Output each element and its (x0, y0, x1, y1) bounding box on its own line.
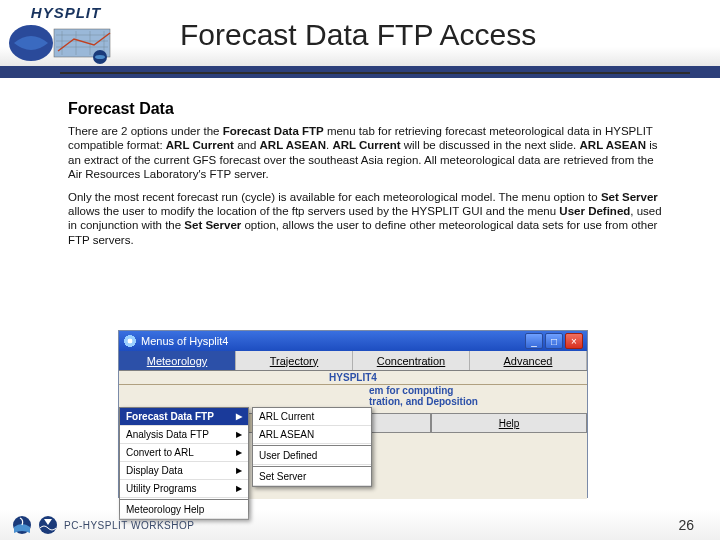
dd-set-server[interactable]: Set Server (253, 468, 371, 486)
dd-arl-current[interactable]: ARL Current (253, 408, 371, 426)
dd-utility-programs[interactable]: Utility Programs▶ (120, 480, 248, 498)
app-body-title: HYSPLIT4 (119, 371, 587, 385)
submenu-arrow-icon: ▶ (236, 484, 242, 493)
menu-meteorology[interactable]: Meteorology (119, 351, 236, 370)
svg-point-3 (95, 55, 105, 59)
page-number: 26 (678, 517, 694, 533)
dropdown-forecast-submenu: ARL Current ARL ASEAN User Defined Set S… (252, 407, 372, 487)
app-icon (123, 334, 137, 348)
paragraph-2: Only the most recent forecast run (cycle… (68, 190, 668, 248)
dropdown-separator (253, 445, 371, 446)
submenu-arrow-icon: ▶ (236, 448, 242, 457)
help-button[interactable]: Help (431, 413, 587, 433)
dropdown-meteorology: Forecast Data FTP▶ Analysis Data FTP▶ Co… (119, 407, 249, 520)
dropdown-separator (253, 466, 371, 467)
hysplit-logo: HYSPLIT (6, 4, 126, 66)
logo-map-icon (6, 21, 126, 65)
dropdown-separator (120, 499, 248, 500)
hysplit-window-screenshot: Menus of Hysplit4 _ □ × Meteorology Traj… (118, 330, 588, 498)
title-divider (60, 72, 690, 74)
close-button[interactable]: × (565, 333, 583, 349)
dd-convert-to-arl[interactable]: Convert to ARL▶ (120, 444, 248, 462)
menu-advanced[interactable]: Advanced (470, 351, 587, 370)
noaa-logo-icon (12, 515, 32, 535)
app-body: HYSPLIT4 em for computing tration, and D… (119, 371, 587, 499)
dd-analysis-data-ftp[interactable]: Analysis Data FTP▶ (120, 426, 248, 444)
window-title: Menus of Hysplit4 (141, 335, 228, 347)
submenu-arrow-icon: ▶ (236, 466, 242, 475)
dd-arl-asean[interactable]: ARL ASEAN (253, 426, 371, 444)
noaa-logo-icon (38, 515, 58, 535)
minimize-button[interactable]: _ (525, 333, 543, 349)
menu-concentration[interactable]: Concentration (353, 351, 470, 370)
slide-header: HYSPLIT Forecast Data FTP Access (0, 0, 720, 78)
dd-user-defined[interactable]: User Defined (253, 447, 371, 465)
titlebar[interactable]: Menus of Hysplit4 _ □ × (119, 331, 587, 351)
content-area: Forecast Data There are 2 options under … (68, 100, 668, 255)
paragraph-1: There are 2 options under the Forecast D… (68, 124, 668, 182)
page-title: Forecast Data FTP Access (180, 18, 536, 52)
section-title: Forecast Data (68, 100, 668, 118)
submenu-arrow-icon: ▶ (236, 430, 242, 439)
menu-trajectory[interactable]: Trajectory (236, 351, 353, 370)
dd-forecast-data-ftp[interactable]: Forecast Data FTP▶ (120, 408, 248, 426)
menubar: Meteorology Trajectory Concentration Adv… (119, 351, 587, 371)
footer-text: PC-HYSPLIT WORKSHOP (64, 520, 194, 531)
logo-text: HYSPLIT (6, 4, 126, 21)
dd-display-data[interactable]: Display Data▶ (120, 462, 248, 480)
submenu-arrow-icon: ▶ (236, 412, 242, 421)
app-body-desc: em for computing tration, and Deposition (369, 385, 478, 407)
slide-footer: PC-HYSPLIT WORKSHOP 26 (0, 510, 720, 540)
maximize-button[interactable]: □ (545, 333, 563, 349)
